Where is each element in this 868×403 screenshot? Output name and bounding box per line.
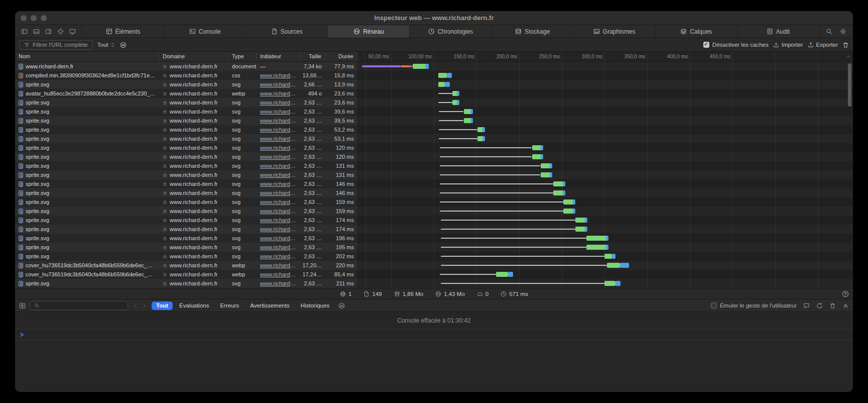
dock-right-icon[interactable] (45, 28, 52, 35)
device-icon[interactable] (69, 28, 76, 35)
initiator-link[interactable]: www.richard-d… (260, 181, 297, 187)
initiator-link[interactable]: www.richard-d… (260, 190, 297, 196)
clear-console-trash-icon[interactable] (829, 303, 836, 309)
network-row[interactable]: sprite.svgwww.richard-dern.frsvgwww.rich… (15, 197, 853, 207)
disable-caches-checkbox[interactable]: Désactiver les caches (703, 42, 769, 48)
initiator-link[interactable]: www.richard-d… (260, 154, 297, 160)
console-bubble-icon[interactable] (803, 303, 810, 309)
network-row[interactable]: sprite.svgwww.richard-dern.frsvgwww.rich… (15, 107, 853, 116)
clear-network-trash-icon[interactable] (842, 42, 849, 48)
initiator-link[interactable]: www.richard-d… (260, 109, 297, 115)
column-header-initiator[interactable]: Initiateur (257, 52, 300, 61)
network-row[interactable]: sprite.svgwww.richard-dern.frsvgwww.rich… (15, 234, 853, 243)
initiator-link[interactable]: www.richard-d… (260, 271, 297, 277)
console-search-field[interactable] (30, 301, 128, 310)
network-row[interactable]: sprite.svgwww.richard-dern.frsvgwww.rich… (15, 216, 853, 225)
vertical-scrollbar[interactable] (848, 63, 851, 107)
initiator-link[interactable]: www.richard-d… (260, 226, 297, 232)
network-row[interactable]: sprite.svgwww.richard-dern.frsvgwww.rich… (15, 116, 853, 125)
initiator-link[interactable]: www.richard-d… (260, 127, 297, 133)
tab-audit[interactable]: Audit (737, 25, 819, 38)
search-icon[interactable] (826, 28, 832, 35)
initiator-link[interactable]: www.richard-d… (260, 280, 297, 286)
network-row[interactable]: sprite.svgwww.richard-dern.frsvgwww.rich… (15, 80, 853, 89)
initiator-link[interactable]: www.richard-d… (260, 253, 297, 259)
help-icon[interactable] (842, 290, 849, 297)
console-tab-historiques[interactable]: Historiques (296, 301, 334, 310)
initiator-link[interactable]: www.richard-d… (260, 136, 297, 142)
resource-type-select[interactable]: Tout (97, 42, 115, 48)
network-row[interactable]: www.richard-dern.frwww.richard-dern.frdo… (15, 62, 853, 71)
column-header-size[interactable]: Taille (300, 52, 325, 61)
console-tab-evaluations[interactable]: Évaluations (175, 301, 213, 310)
dock-left-icon[interactable] (21, 28, 28, 35)
network-row[interactable]: sprite.svgwww.richard-dern.frsvgwww.rich… (15, 243, 853, 252)
column-header-domain[interactable]: Domaine (159, 52, 228, 61)
initiator-link[interactable]: www.richard-d… (260, 118, 297, 124)
network-row[interactable]: sprite.svgwww.richard-dern.frsvgwww.rich… (15, 134, 853, 143)
minimize-window-button[interactable] (31, 15, 37, 21)
network-row[interactable]: compiled.min.38390909f303624ed9e1cf1bd3f… (15, 71, 853, 80)
network-row[interactable]: sprite.svgwww.richard-dern.frsvgwww.rich… (15, 161, 853, 170)
initiator-link[interactable]: www.richard-d… (260, 199, 297, 205)
network-row[interactable]: sprite.svgwww.richard-dern.frsvgwww.rich… (15, 98, 853, 107)
zoom-window-button[interactable] (41, 15, 47, 21)
console-tab-avertissements[interactable]: Avertissements (245, 301, 294, 310)
network-options-icon[interactable] (120, 42, 127, 48)
column-header-name[interactable]: Nom (15, 52, 159, 61)
network-row[interactable]: sprite.svgwww.richard-dern.frsvgwww.rich… (15, 143, 853, 152)
tab-chronologies[interactable]: Chronologies (409, 25, 491, 38)
network-row[interactable]: sprite.svgwww.richard-dern.frsvgwww.rich… (15, 179, 853, 188)
initiator-link[interactable]: www.richard-d… (260, 217, 297, 223)
url-filter-field[interactable]: Filtrer l'URL complète (19, 40, 93, 50)
initiator-link[interactable]: www.richard-d… (260, 163, 297, 169)
tab-calques[interactable]: Calques (655, 25, 737, 38)
initiator-link[interactable]: www.richard-d… (260, 90, 297, 96)
tab-console[interactable]: Console (164, 25, 245, 38)
next-result-icon[interactable] (142, 303, 147, 309)
dock-bottom-icon[interactable] (33, 28, 40, 35)
console-filter-icon[interactable] (19, 303, 26, 309)
export-button[interactable]: Exporter (808, 42, 838, 48)
close-window-button[interactable] (21, 15, 27, 21)
tab-graphismes[interactable]: Graphismes (573, 25, 655, 38)
network-row[interactable]: sprite.svgwww.richard-dern.frsvgwww.rich… (15, 170, 853, 179)
element-picker-icon[interactable] (57, 28, 64, 35)
refresh-icon[interactable] (816, 303, 823, 309)
console-prompt-row[interactable]: > (15, 329, 853, 340)
import-button[interactable]: Importer (773, 42, 803, 48)
network-row[interactable]: sprite.svgwww.richard-dern.frsvgwww.rich… (15, 152, 853, 161)
initiator-link[interactable]: www.richard-d… (260, 244, 297, 250)
initiator-link[interactable]: www.richard-d… (260, 72, 297, 78)
emulate-gesture-checkbox[interactable]: Émuler le geste de l'utilisateur (711, 303, 797, 309)
network-row[interactable]: cover_hu736519dc3b5040cfa48b6b559b6de6ec… (15, 261, 853, 270)
tab-sources[interactable]: Sources (245, 25, 327, 38)
console-options-icon[interactable] (338, 303, 345, 309)
initiator-link[interactable]: www.richard-d… (260, 262, 297, 268)
initiator-link[interactable]: www.richard-d… (260, 235, 297, 241)
network-row[interactable]: sprite.svgwww.richard-dern.frsvgwww.rich… (15, 225, 853, 234)
column-header-type[interactable]: Type (228, 52, 257, 61)
tab-reseau[interactable]: Réseau (327, 25, 409, 38)
network-row[interactable]: cover_hu736519dc3b5040cfa48b6b559b6de6ec… (15, 270, 853, 279)
tab-stockage[interactable]: Stockage (491, 25, 573, 38)
console-search-input[interactable] (42, 303, 124, 309)
network-row[interactable]: sprite.svgwww.richard-dern.frsvgwww.rich… (15, 125, 853, 134)
console-empty-area[interactable] (15, 340, 853, 392)
network-row[interactable]: sprite.svgwww.richard-dern.frsvgwww.rich… (15, 252, 853, 261)
previous-result-icon[interactable] (133, 303, 138, 309)
network-row[interactable]: sprite.svgwww.richard-dern.frsvgwww.rich… (15, 207, 853, 216)
network-row[interactable]: sprite.svgwww.richard-dern.frsvgwww.rich… (15, 279, 853, 288)
expand-console-icon[interactable] (842, 303, 849, 309)
initiator-link[interactable]: www.richard-d… (260, 208, 297, 214)
initiator-link[interactable]: www.richard-d… (260, 172, 297, 178)
console-tab-erreurs[interactable]: Erreurs (216, 301, 244, 310)
settings-gear-icon[interactable] (840, 28, 846, 35)
initiator-link[interactable]: www.richard-d… (260, 99, 297, 106)
tab-elements[interactable]: Éléments (82, 25, 164, 38)
console-tab-tout[interactable]: Tout (152, 301, 173, 310)
column-header-duration[interactable]: Durée (325, 52, 357, 61)
initiator-link[interactable]: www.richard-d… (260, 145, 297, 151)
timeline-collapse-icon[interactable] (846, 54, 851, 59)
titlebar[interactable]: Inspecteur web — www.richard-dern.fr (15, 11, 853, 25)
